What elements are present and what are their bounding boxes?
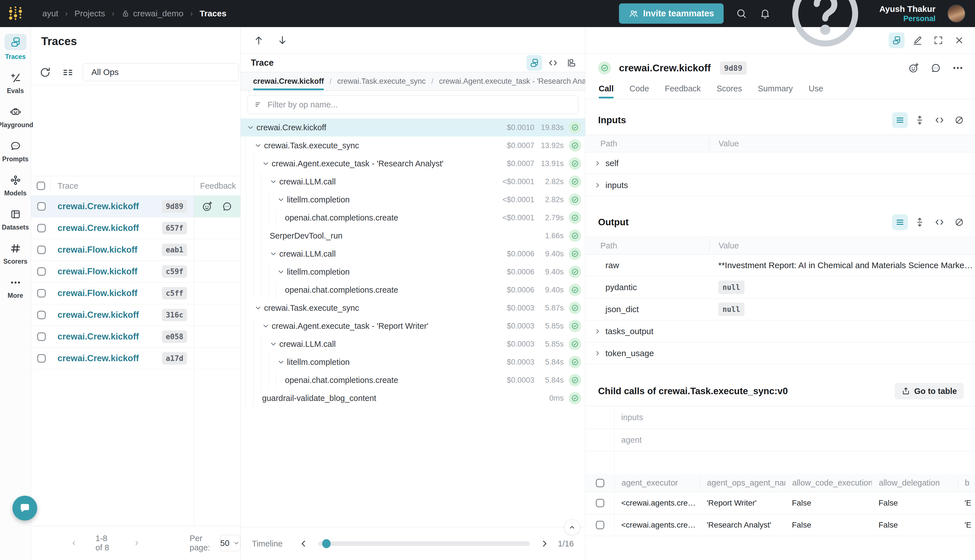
page-prev-icon[interactable] xyxy=(70,538,78,548)
trace-row[interactable]: crewai.Crew.kickoff316c xyxy=(31,304,240,326)
chevron-right-icon[interactable] xyxy=(594,327,601,335)
tree-row[interactable]: SerperDevTool._run1.66s xyxy=(240,227,585,245)
go-to-table-button[interactable]: Go to table xyxy=(895,383,964,399)
row-checkbox[interactable] xyxy=(37,311,46,319)
comment-icon[interactable] xyxy=(930,62,942,74)
kv-path-label[interactable]: self xyxy=(605,158,619,168)
trace-name-link[interactable]: crewai.Flow.kickoff xyxy=(51,267,164,277)
eye-off-button[interactable] xyxy=(951,214,967,230)
select-all-checkbox[interactable] xyxy=(596,479,604,487)
trace-row[interactable]: crewai.Crew.kickoffa17d xyxy=(31,348,240,369)
tab-feedback[interactable]: Feedback xyxy=(665,82,701,98)
tab-use[interactable]: Use xyxy=(808,82,823,98)
comment-icon[interactable] xyxy=(221,200,233,212)
breadcrumb-projects[interactable]: Projects xyxy=(75,9,105,18)
trace-name-link[interactable]: crewai.Crew.kickoff xyxy=(51,201,164,212)
columns-icon[interactable] xyxy=(62,66,75,79)
tab-summary[interactable]: Summary xyxy=(758,82,793,98)
kv-path-label[interactable]: tasks_output xyxy=(605,327,653,336)
code-view-button[interactable] xyxy=(545,55,561,71)
collapse-timeline-button[interactable] xyxy=(564,519,580,535)
trace-row[interactable]: crewai.Flow.kickoffc5ff xyxy=(31,283,240,304)
tree-row[interactable]: crewai.LLM.call$0.00069.40s xyxy=(240,245,585,263)
per-page-select[interactable]: 50 xyxy=(220,535,240,551)
trace-name-link[interactable]: crewai.Crew.kickoff xyxy=(51,310,164,320)
trace-name-link[interactable]: crewai.Crew.kickoff xyxy=(51,223,164,233)
help-icon[interactable] xyxy=(783,0,868,56)
row-checkbox[interactable] xyxy=(37,202,46,211)
child-call-row[interactable]: <crewai.agents.cre…'Research Analyst'Fal… xyxy=(586,514,975,536)
chevron-down-icon[interactable] xyxy=(254,141,262,150)
tree-row[interactable]: guardrail-validate_blog_content0ms xyxy=(240,389,585,407)
bell-icon[interactable] xyxy=(759,8,771,20)
timeline-prev-icon[interactable] xyxy=(299,538,309,549)
trace-row[interactable]: crewai.Crew.kickoffe058 xyxy=(31,326,240,348)
chevron-down-icon[interactable] xyxy=(277,268,285,276)
timeline-next-icon[interactable] xyxy=(539,538,549,549)
page-next-icon[interactable] xyxy=(133,538,140,548)
op-filter-input[interactable] xyxy=(268,100,572,109)
ops-filter-select[interactable]: All Ops xyxy=(83,63,239,81)
trace-row[interactable]: crewai.Crew.kickoff9d89 xyxy=(31,196,240,217)
breadcrumb-entity[interactable]: ayut xyxy=(42,9,58,18)
emoji-add-icon[interactable] xyxy=(908,62,920,74)
breadcrumb-project[interactable]: crewai_demo xyxy=(133,9,184,18)
unfold-button[interactable] xyxy=(912,112,928,128)
trace-crumb-tab[interactable]: crewai.Crew.kickoff xyxy=(253,72,324,90)
chevron-down-icon[interactable] xyxy=(277,195,285,204)
eye-off-button[interactable] xyxy=(951,112,967,128)
trace-name-link[interactable]: crewai.Flow.kickoff xyxy=(51,245,164,255)
row-checkbox[interactable] xyxy=(37,267,46,276)
column-header[interactable]: agent_ops_agent_nan xyxy=(700,477,785,489)
tab-code[interactable]: Code xyxy=(629,82,649,98)
trace-row[interactable]: crewai.Flow.kickoffc59f xyxy=(31,261,240,283)
trace-name-link[interactable]: crewai.Crew.kickoff xyxy=(51,353,164,363)
emoji-add-icon[interactable] xyxy=(202,200,213,212)
invite-teammates-button[interactable]: Invite teammates xyxy=(619,3,724,24)
chevron-right-icon[interactable] xyxy=(594,349,601,357)
kv-path-label[interactable]: inputs xyxy=(605,180,628,190)
select-all-checkbox[interactable] xyxy=(37,182,45,190)
tree-row[interactable]: openai.chat.completions.create$0.00035.8… xyxy=(240,371,585,389)
prev-call-icon[interactable] xyxy=(253,35,264,46)
tree-row[interactable]: crewai.LLM.call<$0.00012.82s xyxy=(240,173,585,191)
trace-name-link[interactable]: crewai.Flow.kickoff xyxy=(51,288,164,298)
tree-row[interactable]: litellm.completion<$0.00012.82s xyxy=(240,191,585,209)
sidebar-item-more[interactable]: More xyxy=(0,276,31,300)
op-filter-box[interactable] xyxy=(247,95,578,114)
list-view-button[interactable] xyxy=(892,112,908,128)
timeline-slider-thumb[interactable] xyxy=(322,539,331,548)
timeline-slider[interactable] xyxy=(318,542,530,546)
row-checkbox[interactable] xyxy=(596,521,604,529)
search-icon[interactable] xyxy=(735,8,747,20)
tree-row[interactable]: crewai.Agent.execute_task - 'Research An… xyxy=(240,155,585,173)
kv-path-label[interactable]: token_usage xyxy=(605,348,654,358)
tree-row[interactable]: crewai.LLM.call$0.00035.85s xyxy=(240,335,585,353)
sidebar-item-prompts[interactable]: Prompts xyxy=(0,140,31,163)
tree-row[interactable]: crewai.Task.execute_sync$0.000713.92s xyxy=(240,137,585,155)
column-header[interactable]: b xyxy=(958,477,975,489)
code-button[interactable] xyxy=(932,112,947,128)
tree-row[interactable]: crewai.Task.execute_sync$0.00035.87s xyxy=(240,299,585,317)
sidebar-item-evals[interactable]: Evals xyxy=(0,71,31,95)
sidebar-item-playground[interactable]: Playground xyxy=(0,105,31,129)
support-chat-button[interactable] xyxy=(12,496,37,520)
tree-row[interactable]: openai.chat.completions.create<$0.00012.… xyxy=(240,209,585,227)
row-checkbox[interactable] xyxy=(37,224,46,232)
tab-scores[interactable]: Scores xyxy=(716,82,742,98)
tree-row[interactable]: crewai.Crew.kickoff$0.001019.83s xyxy=(240,118,585,137)
row-checkbox[interactable] xyxy=(37,332,46,341)
trace-name-link[interactable]: crewai.Crew.kickoff xyxy=(51,332,164,342)
chevron-down-icon[interactable] xyxy=(246,123,255,132)
tree-view-button[interactable] xyxy=(526,55,542,71)
row-checkbox[interactable] xyxy=(596,499,604,507)
child-call-row[interactable]: <crewai.agents.cre…'Report Writer'FalseF… xyxy=(586,492,975,514)
wandb-logo[interactable] xyxy=(7,5,24,22)
tree-row[interactable]: openai.chat.completions.create$0.00069.4… xyxy=(240,281,585,299)
column-header[interactable]: allow_delegation xyxy=(872,477,958,489)
chevron-down-icon[interactable] xyxy=(262,322,270,330)
flame-graph-button[interactable] xyxy=(564,55,579,71)
feedback-column-header[interactable]: Feedback xyxy=(194,181,240,191)
chevron-down-icon[interactable] xyxy=(254,304,262,312)
next-call-icon[interactable] xyxy=(277,35,288,46)
